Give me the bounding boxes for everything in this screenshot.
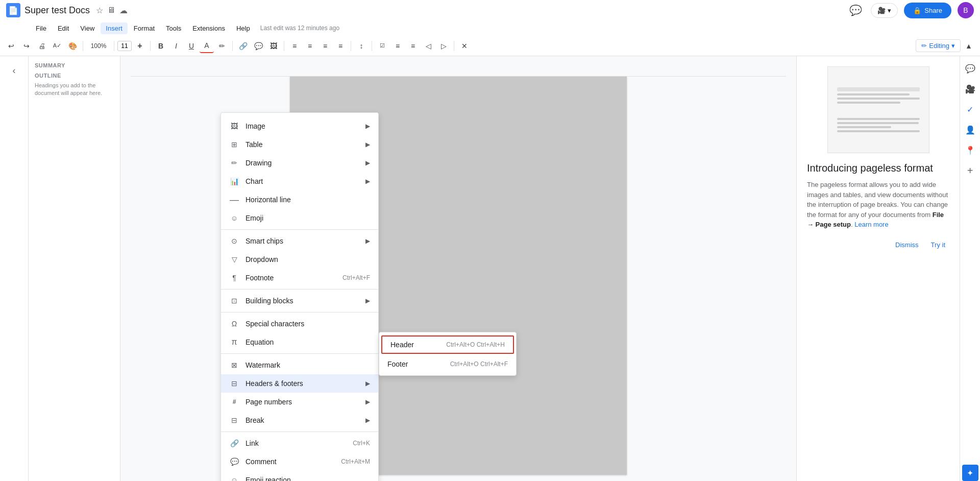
menu-item-table[interactable]: ⊞ Table ▶ <box>221 135 378 154</box>
menu-insert[interactable]: Insert <box>101 22 128 34</box>
page-numbers-menu-label: Page numbers <box>246 398 365 406</box>
menu-item-page-numbers[interactable]: # Page numbers ▶ <box>221 393 378 411</box>
spellcheck-button[interactable]: A✓ <box>50 39 64 53</box>
table-menu-arrow: ▶ <box>365 141 370 148</box>
title-bar: 📄 Super test Docs ☆ 🖥 ☁ 💬 🎥 ▾ 🔒 Share B <box>0 0 980 20</box>
pageless-learn-more[interactable]: Learn more <box>854 221 888 228</box>
menu-item-link[interactable]: 🔗 Link Ctrl+K <box>221 434 378 452</box>
align-left-button[interactable]: ≡ <box>287 39 302 53</box>
app-icon: 📄 <box>6 3 20 17</box>
align-right-button[interactable]: ≡ <box>318 39 332 53</box>
maps-icon-bar[interactable]: 📍 <box>962 142 978 158</box>
chat-icon-bar[interactable]: 💬 <box>962 60 978 77</box>
menu-item-horizontal-line[interactable]: — Horizontal line <box>221 190 378 209</box>
menu-item-emoji-reaction[interactable]: ☺ Emoji reaction <box>221 471 378 481</box>
menu-item-emoji[interactable]: ☺ Emoji <box>221 209 378 227</box>
table-menu-icon: ⊞ <box>229 139 239 150</box>
print-button[interactable]: 🖨 <box>35 39 49 53</box>
equation-menu-label: Equation <box>246 338 370 346</box>
doc-title[interactable]: Super test Docs <box>24 5 90 16</box>
number-list-button[interactable]: ≡ <box>406 39 420 53</box>
menu-item-building-blocks[interactable]: ⊡ Building blocks ▶ <box>221 292 378 310</box>
menu-file[interactable]: File <box>31 22 52 34</box>
bullet-list-button[interactable]: ≡ <box>390 39 405 53</box>
indent-increase-button[interactable]: ▷ <box>436 39 451 53</box>
menu-item-comment[interactable]: 💬 Comment Ctrl+Alt+M <box>221 452 378 471</box>
redo-button[interactable]: ↪ <box>19 39 34 53</box>
toolbar-separator-5 <box>284 41 284 51</box>
sidebar-toggle[interactable]: ‹ <box>4 60 24 81</box>
menu-extensions[interactable]: Extensions <box>187 22 230 34</box>
tasks-icon-bar[interactable]: ✓ <box>962 101 978 117</box>
menu-item-dropdown[interactable]: ▽ Dropdown <box>221 250 378 269</box>
menu-item-chart[interactable]: 📊 Chart ▶ <box>221 172 378 190</box>
menu-section-1: 🖼 Image ▶ ⊞ Table ▶ ✏ Drawing ▶ 📊 Chart <box>221 115 378 230</box>
font-size-input[interactable] <box>117 41 132 51</box>
headers-footers-submenu: Header Ctrl+Alt+O Ctrl+Alt+H Footer Ctrl… <box>379 332 517 376</box>
outline-label: OUTLINE <box>35 73 114 79</box>
indent-decrease-button[interactable]: ◁ <box>421 39 435 53</box>
comments-icon[interactable]: 💬 <box>846 1 865 19</box>
highlight-button[interactable]: ✏ <box>215 39 229 53</box>
desktop-icon[interactable]: 🖥 <box>107 6 115 15</box>
menu-item-special-characters[interactable]: Ω Special characters <box>221 315 378 333</box>
editing-label: Editing <box>929 42 949 50</box>
italic-button[interactable]: I <box>169 39 183 53</box>
menu-format[interactable]: Format <box>129 22 160 34</box>
comment-menu-label: Comment <box>246 458 341 466</box>
chart-menu-label: Chart <box>246 177 365 185</box>
comment-button[interactable]: 💬 <box>251 39 265 53</box>
underline-button[interactable]: U <box>184 39 199 53</box>
chart-menu-icon: 📊 <box>229 176 239 186</box>
menu-item-image[interactable]: 🖼 Image ▶ <box>221 117 378 135</box>
menu-item-equation[interactable]: π Equation <box>221 333 378 351</box>
collapse-toolbar-button[interactable]: ▲ <box>962 39 976 53</box>
share-button[interactable]: 🔒 Share <box>904 3 951 18</box>
equation-menu-icon: π <box>229 337 239 347</box>
menu-help[interactable]: Help <box>231 22 255 34</box>
try-it-button[interactable]: Try it <box>927 238 949 252</box>
justify-button[interactable]: ≡ <box>333 39 348 53</box>
user-avatar[interactable]: B <box>958 2 974 18</box>
menu-item-smart-chips[interactable]: ⊙ Smart chips ▶ <box>221 232 378 250</box>
zoom-select[interactable]: 100% <box>86 39 111 53</box>
undo-button[interactable]: ↩ <box>4 39 18 53</box>
checklist-button[interactable]: ☑ <box>375 39 389 53</box>
star-icon[interactable]: ☆ <box>96 6 103 15</box>
dismiss-button[interactable]: Dismiss <box>891 238 923 252</box>
clear-format-button[interactable]: ✕ <box>457 39 472 53</box>
editing-mode-button[interactable]: ✏ Editing ▾ <box>916 39 961 52</box>
align-center-button[interactable]: ≡ <box>303 39 317 53</box>
paint-format-button[interactable]: 🎨 <box>65 39 80 53</box>
menu-item-footnote[interactable]: ¶ Footnote Ctrl+Alt+F <box>221 269 378 287</box>
font-size-increase[interactable]: + <box>133 39 147 53</box>
line-spacing-button[interactable]: ↕ <box>354 39 369 53</box>
editing-dropdown-icon: ▾ <box>951 42 955 50</box>
menu-item-break[interactable]: ⊟ Break ▶ <box>221 411 378 429</box>
add-icon-bar[interactable]: + <box>962 162 978 179</box>
hf-submenu-header[interactable]: Header Ctrl+Alt+O Ctrl+Alt+H <box>381 335 514 354</box>
cloud-icon[interactable]: ☁ <box>119 6 128 15</box>
menu-item-drawing[interactable]: ✏ Drawing ▶ <box>221 154 378 172</box>
left-sidebar: ‹ <box>0 56 29 481</box>
document-area[interactable]: 🖼 Image ▶ ⊞ Table ▶ ✏ Drawing ▶ 📊 Chart <box>120 56 796 481</box>
hf-submenu-footer[interactable]: Footer Ctrl+Alt+O Ctrl+Alt+F <box>379 355 516 373</box>
page-numbers-menu-icon: # <box>229 397 239 407</box>
menu-edit[interactable]: Edit <box>53 22 74 34</box>
meet-button[interactable]: 🎥 ▾ <box>871 3 898 18</box>
menu-item-headers-footers[interactable]: ⊟ Headers & footers ▶ <box>221 374 378 393</box>
break-menu-label: Break <box>246 416 365 424</box>
menu-tools[interactable]: Tools <box>161 22 186 34</box>
text-color-button[interactable]: A <box>200 39 214 53</box>
assistant-icon-bar[interactable]: ✦ <box>962 465 978 481</box>
image-button[interactable]: 🖼 <box>266 39 281 53</box>
menu-view[interactable]: View <box>75 22 100 34</box>
meet-icon-bar[interactable]: 🎥 <box>962 81 978 97</box>
menu-section-3: ⊡ Building blocks ▶ <box>221 290 378 312</box>
contacts-icon-bar[interactable]: 👤 <box>962 122 978 138</box>
bold-button[interactable]: B <box>154 39 168 53</box>
outline-hint: Headings you add to the document will ap… <box>35 82 114 98</box>
drawing-menu-arrow: ▶ <box>365 159 370 166</box>
link-button[interactable]: 🔗 <box>236 39 250 53</box>
menu-item-watermark[interactable]: ⊠ Watermark <box>221 356 378 374</box>
